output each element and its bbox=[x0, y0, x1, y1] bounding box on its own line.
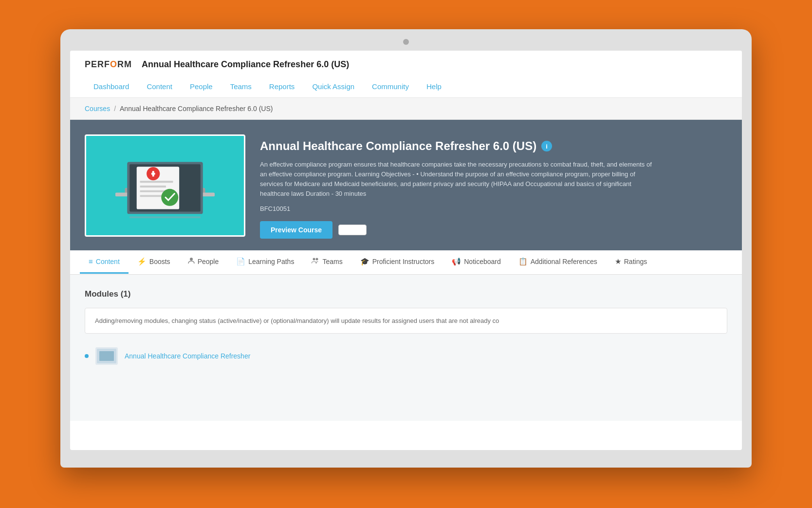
nav-item-reports[interactable]: Reports bbox=[260, 75, 304, 97]
svg-rect-6 bbox=[140, 181, 173, 183]
tab-people[interactable]: People bbox=[179, 250, 228, 274]
laptop-frame: PERFORM Annual Healthcare Compliance Ref… bbox=[60, 29, 752, 468]
tab-ratings-label: Ratings bbox=[624, 258, 647, 265]
tab-content-label: Content bbox=[96, 258, 120, 265]
nav-item-help[interactable]: Help bbox=[418, 75, 450, 97]
breadcrumb-separator: / bbox=[114, 105, 116, 113]
tab-teams[interactable]: Teams bbox=[303, 250, 351, 274]
additional-references-tab-icon: 📋 bbox=[518, 257, 528, 266]
nav-item-content[interactable]: Content bbox=[138, 75, 181, 97]
svg-rect-14 bbox=[129, 216, 201, 218]
course-main-title: Annual Healthcare Compliance Refresher 6… bbox=[260, 139, 536, 153]
nav-item-people[interactable]: People bbox=[181, 75, 221, 97]
nav-item-dashboard[interactable]: Dashboard bbox=[85, 75, 138, 97]
svg-point-15 bbox=[190, 258, 193, 261]
module-thumbnail bbox=[95, 347, 118, 365]
course-code: BFC10051 bbox=[260, 205, 727, 212]
camera bbox=[403, 39, 409, 45]
svg-point-16 bbox=[313, 258, 315, 261]
modules-title: Modules (1) bbox=[85, 289, 727, 299]
proficient-instructors-tab-icon: 🎓 bbox=[360, 257, 369, 266]
info-icon[interactable]: i bbox=[541, 141, 552, 151]
tab-additional-references[interactable]: 📋 Additional References bbox=[510, 250, 606, 274]
tab-proficient-instructors-label: Proficient Instructors bbox=[372, 258, 435, 265]
breadcrumb-current: Annual Healthcare Compliance Refresher 6… bbox=[120, 105, 273, 113]
course-image bbox=[85, 134, 245, 237]
tab-content[interactable]: ≡ Content bbox=[80, 250, 129, 274]
course-info: Annual Healthcare Compliance Refresher 6… bbox=[260, 134, 727, 250]
tab-learning-paths[interactable]: 📄 Learning Paths bbox=[227, 250, 303, 274]
tab-proficient-instructors[interactable]: 🎓 Proficient Instructors bbox=[351, 250, 443, 274]
course-actions: Preview Course bbox=[260, 221, 727, 250]
secondary-action-button[interactable] bbox=[338, 225, 367, 235]
svg-point-17 bbox=[316, 258, 318, 261]
table-row: Annual Healthcare Compliance Refresher bbox=[85, 341, 727, 371]
breadcrumb: Courses / Annual Healthcare Compliance R… bbox=[70, 98, 742, 120]
noticeboard-tab-icon: 📢 bbox=[452, 257, 461, 266]
laptop-screen: PERFORM Annual Healthcare Compliance Ref… bbox=[70, 51, 742, 450]
course-description: An effective compliance program ensures … bbox=[260, 160, 659, 199]
content-tab-icon: ≡ bbox=[89, 257, 93, 265]
tab-bar: ≡ Content ⚡ Boosts People 📄 Learning Pat… bbox=[70, 250, 742, 275]
people-tab-icon bbox=[188, 257, 195, 265]
module-name[interactable]: Annual Healthcare Compliance Refresher bbox=[125, 352, 250, 360]
nav-item-community[interactable]: Community bbox=[363, 75, 418, 97]
nav-item-quick-assign[interactable]: Quick Assign bbox=[303, 75, 363, 97]
logo: PERFORM bbox=[85, 59, 132, 70]
tab-noticeboard-label: Noticeboard bbox=[464, 258, 501, 265]
hero-banner: Annual Healthcare Compliance Refresher 6… bbox=[70, 120, 742, 250]
svg-point-13 bbox=[161, 189, 178, 206]
nav-bar: Dashboard Content People Teams Reports Q… bbox=[85, 75, 727, 97]
main-content: Modules (1) Adding/removing modules, cha… bbox=[70, 275, 742, 421]
ratings-tab-icon: ★ bbox=[615, 257, 621, 266]
modules-notice: Adding/removing modules, changing status… bbox=[85, 308, 727, 334]
module-bullet bbox=[85, 354, 89, 358]
svg-rect-19 bbox=[99, 351, 114, 361]
tab-people-label: People bbox=[198, 258, 219, 265]
tab-learning-paths-label: Learning Paths bbox=[248, 258, 294, 265]
tab-teams-label: Teams bbox=[322, 258, 342, 265]
svg-rect-9 bbox=[140, 195, 164, 197]
learning-paths-tab-icon: 📄 bbox=[236, 257, 245, 266]
boosts-tab-icon: ⚡ bbox=[137, 257, 147, 266]
breadcrumb-courses-link[interactable]: Courses bbox=[85, 105, 110, 113]
course-title-row: Annual Healthcare Compliance Refresher 6… bbox=[260, 139, 727, 153]
header-top: PERFORM Annual Healthcare Compliance Ref… bbox=[85, 51, 727, 75]
svg-rect-7 bbox=[140, 186, 166, 188]
tab-boosts[interactable]: ⚡ Boosts bbox=[129, 250, 179, 274]
svg-rect-12 bbox=[152, 171, 154, 177]
tab-additional-references-label: Additional References bbox=[531, 258, 597, 265]
nav-item-teams[interactable]: Teams bbox=[221, 75, 260, 97]
header: PERFORM Annual Healthcare Compliance Ref… bbox=[70, 51, 742, 98]
preview-course-button[interactable]: Preview Course bbox=[260, 221, 332, 239]
tab-boosts-label: Boosts bbox=[149, 258, 170, 265]
tab-ratings[interactable]: ★ Ratings bbox=[606, 250, 656, 274]
tab-noticeboard[interactable]: 📢 Noticeboard bbox=[443, 250, 510, 274]
teams-tab-icon bbox=[312, 257, 319, 265]
page-title: Annual Healthcare Compliance Refresher 6… bbox=[142, 59, 349, 70]
